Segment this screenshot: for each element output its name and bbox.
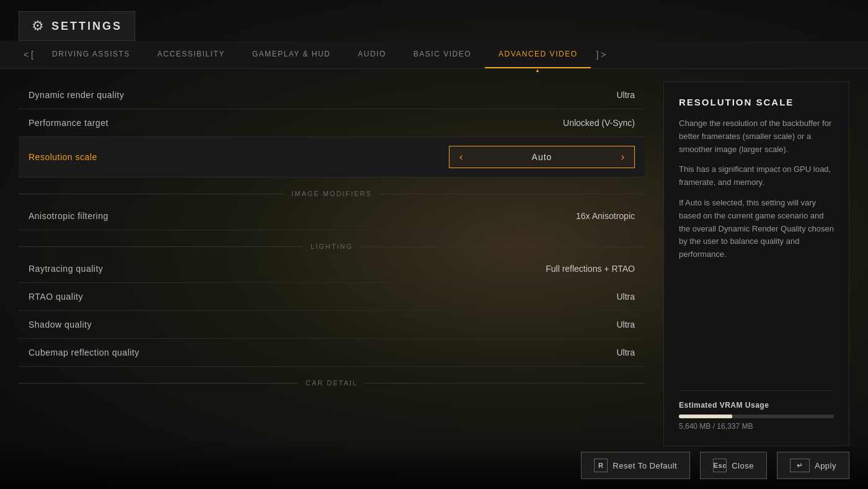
setting-row-shadow[interactable]: Shadow quality Ultra <box>19 311 645 339</box>
tab-audio[interactable]: AUDIO <box>344 41 400 68</box>
setting-label-shadow: Shadow quality <box>29 320 92 330</box>
setting-row-raytracing[interactable]: Raytracing quality Full reflections + RT… <box>19 255 645 283</box>
nav-tabs: < [ DRIVING ASSISTS ACCESSIBILITY GAMEPL… <box>0 41 868 69</box>
selector-value: Auto <box>532 152 552 162</box>
setting-row-dynamic-render[interactable]: Dynamic render quality Ultra <box>19 81 645 109</box>
setting-row-resolution-scale[interactable]: Resolution scale ‹ Auto › <box>19 137 645 177</box>
setting-row-performance-target[interactable]: Performance target Unlocked (V-Sync) <box>19 109 645 137</box>
info-paragraph-2: This has a significant impact on GPU loa… <box>679 163 834 189</box>
selector-right-arrow[interactable]: › <box>621 151 624 163</box>
vram-text: 5,640 MB / 16,337 MB <box>679 422 834 431</box>
vram-label: Estimated VRAM Usage <box>679 401 834 410</box>
setting-label-performance-target: Performance target <box>29 118 108 128</box>
gear-icon: ⚙ <box>32 18 44 34</box>
apply-key-badge: ↵ <box>790 459 810 472</box>
apply-button[interactable]: ↵ Apply <box>777 452 849 479</box>
divider-line-left <box>19 194 284 194</box>
close-button[interactable]: Esc Close <box>700 452 767 479</box>
setting-value-performance-target: Unlocked (V-Sync) <box>563 118 635 128</box>
reset-label: Reset To Default <box>613 461 677 470</box>
info-paragraph-3: If Auto is selected, this setting will v… <box>679 197 834 261</box>
setting-label-cubemap: Cubemap reflection quality <box>29 348 140 357</box>
setting-label-dynamic-render: Dynamic render quality <box>29 90 124 100</box>
tab-driving-assists[interactable]: DRIVING ASSISTS <box>38 41 144 68</box>
info-panel: RESOLUTION SCALE Change the resolution o… <box>663 81 849 446</box>
section-divider-lighting: LIGHTING <box>19 230 645 255</box>
apply-label: Apply <box>815 461 836 470</box>
setting-value-raytracing: Full reflections + RTAO <box>546 264 635 274</box>
nav-left-arrow[interactable]: < [ <box>19 41 38 68</box>
setting-label-raytracing: Raytracing quality <box>29 264 103 274</box>
divider-line-right3 <box>365 383 645 384</box>
setting-label-resolution-scale: Resolution scale <box>29 152 97 162</box>
divider-line-left2 <box>19 246 303 247</box>
close-key-badge: Esc <box>713 459 727 472</box>
main-content: Dynamic render quality Ultra Performance… <box>0 69 868 459</box>
resolution-scale-selector[interactable]: ‹ Auto › <box>449 146 635 168</box>
vram-section: Estimated VRAM Usage 5,640 MB / 16,337 M… <box>679 390 834 431</box>
section-divider-car-detail: CAR DETAIL <box>19 367 645 392</box>
bottom-bar: R Reset To Default Esc Close ↵ Apply <box>0 442 868 489</box>
setting-value-dynamic-render: Ultra <box>616 90 635 100</box>
setting-value-anisotropic: 16x Anisotropic <box>576 211 635 221</box>
reset-to-default-button[interactable]: R Reset To Default <box>581 452 690 479</box>
vram-bar-container <box>679 415 834 418</box>
close-label: Close <box>732 461 754 470</box>
setting-value-rtao: Ultra <box>616 292 635 302</box>
tab-basic-video[interactable]: BASIC VIDEO <box>400 41 485 68</box>
divider-line-right2 <box>360 246 645 247</box>
info-panel-title: RESOLUTION SCALE <box>679 97 834 107</box>
setting-label-rtao: RTAO quality <box>29 292 83 302</box>
divider-line-left3 <box>19 383 298 384</box>
tab-advanced-video[interactable]: ADVANCED VIDEO <box>485 41 591 68</box>
vram-bar-fill <box>679 415 732 418</box>
setting-value-shadow: Ultra <box>616 320 635 330</box>
setting-label-anisotropic: Anisotropic filtering <box>29 211 108 221</box>
divider-line-right <box>379 194 645 194</box>
setting-value-cubemap: Ultra <box>616 348 635 357</box>
settings-title-box: ⚙ SETTINGS <box>19 11 135 41</box>
settings-header: ⚙ SETTINGS <box>0 0 868 41</box>
tab-gameplay-hud[interactable]: GAMEPLAY & HUD <box>239 41 345 68</box>
divider-label-image-modifiers: IMAGE MODIFIERS <box>291 190 372 197</box>
selector-left-arrow[interactable]: ‹ <box>459 151 463 163</box>
settings-list: Dynamic render quality Ultra Performance… <box>19 81 651 446</box>
reset-key-badge: R <box>594 459 608 472</box>
setting-row-cubemap[interactable]: Cubemap reflection quality Ultra <box>19 339 645 367</box>
info-paragraph-1: Change the resolution of the backbuffer … <box>679 117 834 156</box>
section-divider-image-modifiers: IMAGE MODIFIERS <box>19 177 645 202</box>
setting-row-anisotropic[interactable]: Anisotropic filtering 16x Anisotropic <box>19 202 645 230</box>
divider-label-car-detail: CAR DETAIL <box>306 379 358 387</box>
divider-label-lighting: LIGHTING <box>311 243 353 250</box>
settings-title: SETTINGS <box>51 20 122 33</box>
tab-accessibility[interactable]: ACCESSIBILITY <box>144 41 239 68</box>
nav-right-arrow[interactable]: ] > <box>591 41 611 68</box>
setting-row-rtao[interactable]: RTAO quality Ultra <box>19 283 645 311</box>
info-panel-body: Change the resolution of the backbuffer … <box>679 117 834 261</box>
